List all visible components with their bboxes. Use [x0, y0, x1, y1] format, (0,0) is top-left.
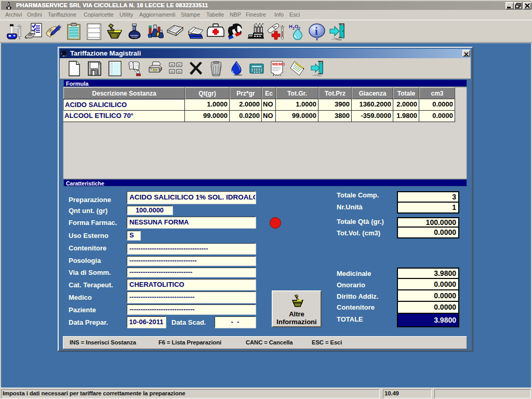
svg-text:MEMO: MEMO	[272, 62, 285, 66]
svg-text:i: i	[315, 25, 318, 37]
svg-text:H: H	[289, 23, 292, 29]
